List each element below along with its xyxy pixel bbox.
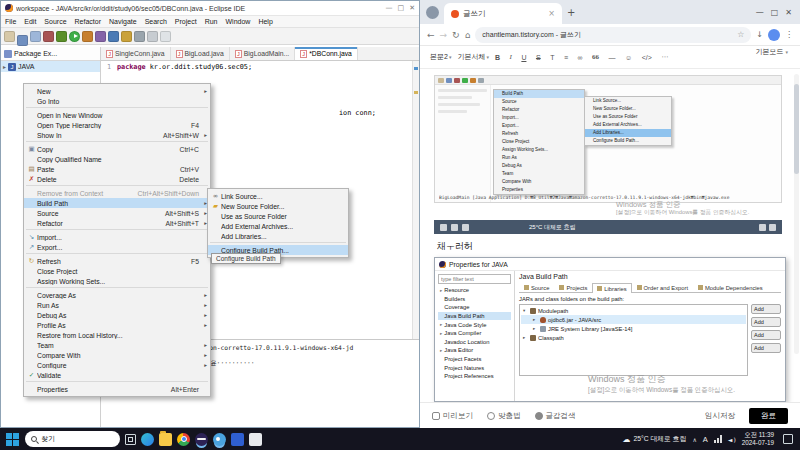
dialog-tab[interactable]: Source: [519, 282, 554, 292]
context-menu-item[interactable]: Debug As ▸: [24, 310, 210, 320]
post-image-buildpath-menu[interactable]: Build PathSourceRefactorImport...Export.…: [434, 75, 782, 203]
dialog-nav-item[interactable]: ▸ Project Facets: [438, 355, 511, 364]
dialog-nav-item[interactable]: ▸ Java Editor: [438, 346, 511, 355]
context-menu-item[interactable]: Copy Ctrl+C ▸: [24, 144, 210, 154]
maximize-icon[interactable]: □: [771, 8, 779, 17]
editor-tab[interactable]: J BigLoad.java: [171, 47, 230, 60]
context-menu-item[interactable]: Copy Qualified Name ▸: [24, 154, 210, 164]
context-menu-item[interactable]: Properties Alt+Enter ▸: [24, 384, 210, 394]
ime-indicator[interactable]: A: [703, 435, 708, 444]
tab-close-icon[interactable]: ×: [548, 9, 555, 18]
page-scrollbar[interactable]: [794, 74, 799, 354]
context-menu-item[interactable]: Profile As ▸: [24, 320, 210, 330]
maximize-icon[interactable]: □: [398, 4, 405, 12]
preview-button[interactable]: 미리보기: [432, 411, 473, 421]
run-icon[interactable]: [69, 31, 80, 42]
context-menu-item[interactable]: Export... ▸: [24, 242, 210, 252]
font-family-select[interactable]: 기본서체▾: [457, 52, 489, 62]
browser-profile-icon[interactable]: [426, 6, 439, 19]
context-menu-item[interactable]: Source Alt+Shift+S ▸: [24, 208, 210, 218]
filter-input[interactable]: [438, 274, 511, 284]
post-image-taskbar[interactable]: 25°C 대체로 흐림: [434, 220, 782, 234]
account-avatar[interactable]: [768, 29, 780, 41]
file-explorer-icon[interactable]: [159, 433, 172, 446]
new-class-icon[interactable]: [82, 31, 93, 42]
expander-icon[interactable]: ▸: [533, 317, 538, 322]
tray-chevron-icon[interactable]: ∧: [692, 436, 696, 443]
align-button[interactable]: ≡▾: [564, 54, 572, 61]
menubar-item[interactable]: Project: [171, 18, 201, 25]
editor-tab[interactable]: J BigLoadMain...: [230, 47, 295, 60]
dialog-tab[interactable]: Order and Export: [632, 282, 693, 292]
context-menu-item[interactable]: Coverage As ▸: [24, 290, 210, 300]
dialog-tab[interactable]: Projects: [554, 282, 592, 292]
dialog-nav-item[interactable]: ▸ Java Compiler: [438, 329, 511, 338]
context-menu-item[interactable]: Paste Ctrl+V ▸: [24, 164, 210, 174]
taskbar-search[interactable]: 찾기: [25, 431, 120, 447]
context-menu-item[interactable]: New ▸: [24, 86, 210, 96]
post-editor-content[interactable]: Build PathSourceRefactorImport...Export.…: [420, 70, 800, 402]
coverage-icon[interactable]: [43, 31, 54, 42]
home-icon[interactable]: ⌂: [465, 30, 471, 40]
save-all-icon[interactable]: [30, 31, 41, 42]
horizontal-rule-button[interactable]: —▾: [609, 54, 620, 61]
context-menu-item[interactable]: Open Type Hierarchy F4 ▸: [24, 120, 210, 130]
clock[interactable]: 오전 11:39 2024-07-19: [742, 431, 774, 447]
weather-widget[interactable]: ☁25°C 대체로 흐림: [622, 434, 686, 444]
forward-icon[interactable]: [160, 31, 171, 42]
download-icon[interactable]: ↓: [756, 30, 763, 39]
chrome-icon[interactable]: [177, 433, 190, 446]
network-icon[interactable]: [714, 435, 722, 443]
menubar-item[interactable]: Run: [201, 18, 222, 25]
notification-center-icon[interactable]: [783, 434, 793, 444]
editor-tab[interactable]: J *DBConn.java: [295, 47, 358, 60]
expander-icon[interactable]: ▾: [523, 308, 528, 313]
forward-icon[interactable]: →: [440, 30, 448, 40]
search-toolbar-icon[interactable]: [121, 31, 132, 42]
back-icon[interactable]: ←: [427, 30, 435, 40]
bookmark-star-icon[interactable]: ☆: [737, 30, 744, 39]
close-icon[interactable]: ✕: [409, 4, 415, 12]
editor-scrollbar[interactable]: [412, 61, 419, 339]
new-package-icon[interactable]: [95, 31, 106, 42]
paragraph-style-select[interactable]: 본문2▾: [430, 52, 451, 62]
menubar-item[interactable]: File: [1, 18, 20, 25]
editor-mode-select[interactable]: 기본모드▾: [755, 47, 788, 57]
context-menu-item[interactable]: Remove from Context Ctrl+Alt+Shift+Down …: [24, 188, 210, 198]
strikethrough-button[interactable]: S▾: [536, 54, 544, 61]
add-button[interactable]: Add: [751, 304, 781, 314]
menubar-item[interactable]: Search: [141, 18, 171, 25]
quote-button[interactable]: 66▾: [592, 53, 603, 61]
submenu-item[interactable]: Link Source...: [208, 191, 348, 201]
add-button[interactable]: Add: [751, 330, 781, 340]
dialog-tab[interactable]: Module Dependencies: [693, 282, 768, 292]
underline-button[interactable]: U▾: [521, 54, 530, 61]
minimize-icon[interactable]: —: [756, 8, 764, 17]
dialog-nav-item[interactable]: ▸ Javadoc Location: [438, 338, 511, 347]
url-field[interactable]: chantleman.tistory.com - 글쓰기 ☆: [475, 27, 751, 43]
dialog-nav-item[interactable]: ▸ Builders: [438, 295, 511, 304]
tree-item[interactable]: ▸ ojdbc6.jar - JAVA/src: [521, 315, 746, 324]
post-body-text[interactable]: 채ㅜ러허: [437, 240, 473, 253]
context-menu-item[interactable]: Run As ▸: [24, 300, 210, 310]
menubar-item[interactable]: Source: [40, 18, 70, 25]
submenu-item[interactable]: Add Libraries...: [208, 231, 348, 241]
context-menu-item[interactable]: Delete Delete ▸: [24, 174, 210, 184]
context-menu-item[interactable]: Close Project ▸: [24, 266, 210, 276]
expander-icon[interactable]: ▸: [3, 63, 6, 70]
dialog-nav-item[interactable]: ▸ Java Code Style: [438, 320, 511, 329]
refresh-icon[interactable]: ↻: [452, 30, 460, 40]
context-menu-item[interactable]: Compare With ▸: [24, 350, 210, 360]
dialog-nav-item[interactable]: ▸ Project Natures: [438, 363, 511, 372]
dialog-nav-item[interactable]: ▸ Java Build Path: [438, 312, 511, 321]
link-button[interactable]: ∞▾: [578, 54, 587, 61]
task-view-button[interactable]: [125, 434, 136, 445]
context-menu-item[interactable]: Refactor Alt+Shift+T ▸: [24, 218, 210, 228]
menubar-item[interactable]: Help: [254, 18, 276, 25]
project-tree-item-java[interactable]: ▸ J JAVA: [1, 61, 100, 72]
menubar-item[interactable]: Edit: [20, 18, 40, 25]
app-icon[interactable]: [231, 433, 244, 446]
context-menu-item[interactable]: Validate ▸: [24, 370, 210, 380]
context-menu-item[interactable]: Import... ▸: [24, 232, 210, 242]
expander-icon[interactable]: ▸: [533, 326, 538, 331]
